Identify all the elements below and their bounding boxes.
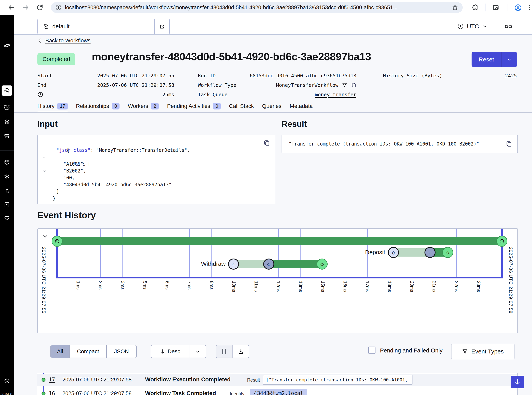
playback-download-group	[216, 345, 249, 358]
workflow-end-node[interactable]	[496, 236, 507, 247]
collapse-toggle-icon[interactable]	[43, 142, 46, 145]
url-text[interactable]: localhost:8080/namespaces/default/workfl…	[65, 5, 452, 11]
copy-icon[interactable]	[506, 141, 512, 147]
event-types-label: Event Types	[471, 348, 504, 355]
browser-reload-icon[interactable]	[36, 4, 43, 11]
tab-workers[interactable]: Workers 2	[128, 103, 159, 111]
pause-button[interactable]	[216, 345, 232, 358]
tab-history[interactable]: History 17	[37, 103, 68, 111]
filter-funnel-icon[interactable]	[342, 82, 347, 88]
json-line: "B2002",	[42, 168, 275, 175]
deposit-completed-node[interactable]: ◇	[442, 247, 453, 258]
sidebar-item-feedback[interactable]	[4, 215, 10, 221]
sidebar-item-schedules[interactable]	[4, 104, 10, 111]
sort-order-control: Desc	[151, 345, 206, 358]
tab-queries[interactable]: Queries	[262, 103, 281, 111]
axis-tick: 2ms	[98, 281, 103, 290]
axis-tick: 5ms	[142, 281, 148, 290]
theme-toggle-icon[interactable]	[4, 378, 10, 384]
event-result-value[interactable]: ["Transfer complete (transaction IDs: OK…	[263, 375, 412, 385]
duration-clock-icon	[37, 92, 43, 98]
collapse-toggle-icon[interactable]	[43, 156, 46, 159]
download-history-button[interactable]	[232, 345, 249, 358]
event-id-link[interactable]: 16	[49, 390, 55, 395]
scroll-to-bottom-button[interactable]	[511, 376, 524, 388]
end-label: End	[37, 82, 46, 88]
clock-icon	[457, 23, 464, 30]
address-bar[interactable]: localhost:8080/namespaces/default/workfl…	[51, 2, 463, 13]
timeline-end-datetime: 2025-07-06 UTC 21:29:07.58	[508, 247, 514, 313]
browser-chrome: localhost:8080/namespaces/default/workfl…	[0, 0, 532, 15]
workflow-title: moneytransfer-48043d0d-5b41-4920-bd6c-3a…	[92, 50, 371, 63]
duration-value: 25ms	[162, 92, 174, 98]
copy-icon[interactable]	[351, 82, 356, 88]
axis-tick: 12ms	[276, 281, 281, 292]
toolbar-separator	[508, 4, 508, 11]
input-heading: Input	[37, 119, 58, 129]
withdraw-scheduled-node[interactable]: ◇	[228, 258, 239, 269]
sort-menu-button[interactable]	[189, 345, 206, 358]
json-line: ]	[42, 188, 275, 195]
tab-pending-activities-count: 0	[213, 103, 221, 110]
profile-avatar-icon[interactable]	[514, 4, 521, 11]
sidebar: 2.34.0	[0, 15, 14, 395]
input-json-card: { "json_class": "MoneyTransfer::Transfer…	[37, 135, 275, 204]
tab-metadata[interactable]: Metadata	[290, 103, 313, 111]
axis-tick: 10ms	[231, 281, 236, 292]
namespace-select[interactable]: default	[37, 19, 170, 34]
view-mode-compact[interactable]: Compact	[69, 345, 107, 358]
view-mode-json[interactable]: JSON	[107, 345, 136, 358]
task-queue-link[interactable]: money-transfer	[315, 92, 356, 98]
view-mode-all[interactable]: All	[51, 345, 69, 358]
event-id-link[interactable]: 17	[49, 377, 55, 383]
side-panel-icon[interactable]	[492, 4, 499, 11]
reset-button[interactable]: Reset	[472, 52, 501, 67]
deposit-scheduled-node[interactable]: ◇	[388, 247, 399, 258]
timeline-collapse-icon[interactable]	[42, 234, 48, 239]
extensions-icon[interactable]	[472, 4, 479, 11]
withdraw-started-node[interactable]: ◇	[263, 258, 274, 269]
temporal-logo-icon[interactable]	[4, 43, 10, 49]
event-row-16[interactable]: 16 2025-07-06 UTC 21:29:07.58 Workflow T…	[37, 388, 518, 395]
workflow-execution-span[interactable]	[57, 237, 502, 245]
workflow-start-node[interactable]	[52, 236, 63, 247]
event-types-filter-button[interactable]: Event Types	[451, 344, 515, 359]
browser-forward-icon[interactable]	[22, 4, 29, 11]
withdraw-completed-node[interactable]: ◇	[317, 258, 328, 269]
pending-failed-only-checkbox[interactable]	[368, 346, 375, 354]
tab-workers-count: 2	[151, 103, 159, 110]
timezone-label: UTC	[467, 23, 479, 30]
site-info-icon[interactable]	[55, 4, 62, 11]
sidebar-item-nexus[interactable]	[4, 159, 10, 165]
namespace-select-main[interactable]: default	[38, 19, 154, 34]
sort-desc-button[interactable]: Desc	[151, 345, 189, 358]
namespace-icon	[43, 24, 49, 30]
timezone-select[interactable]: UTC	[457, 21, 488, 32]
deposit-started-node[interactable]: ◇	[424, 247, 436, 258]
sidebar-item-docs[interactable]	[4, 202, 10, 208]
sidebar-item-workflows[interactable]	[4, 88, 10, 94]
namespace-external-link-button[interactable]	[154, 19, 169, 34]
browser-menu-icon[interactable]	[526, 4, 532, 11]
sidebar-item-deployments[interactable]	[4, 119, 10, 125]
reset-split-button: Reset	[472, 52, 517, 67]
tab-call-stack[interactable]: Call Stack	[229, 103, 254, 111]
workflow-type-link[interactable]: MoneyTransferWorkflow	[276, 82, 338, 88]
timeline-row-label-withdraw: Withdraw	[201, 261, 226, 267]
result-card: "Transfer complete (transaction IDs: OKW…	[282, 135, 518, 153]
event-row-17[interactable]: 17 2025-07-06 UTC 21:29:07.58 Workflow E…	[37, 374, 518, 386]
sidebar-item-worker-health[interactable]	[4, 174, 10, 180]
sidebar-item-batch-operations[interactable]	[4, 133, 10, 139]
filter-funnel-icon	[462, 349, 468, 354]
reset-menu-button[interactable]	[501, 52, 517, 67]
sidebar-item-import[interactable]	[4, 188, 10, 194]
back-to-workflows-link[interactable]: Back to Workflows	[37, 37, 91, 44]
axis-tick: 15ms	[320, 281, 325, 292]
tab-relationships[interactable]: Relationships 0	[76, 103, 120, 111]
temporal-workflow-page: localhost:8080/namespaces/default/workfl…	[0, 0, 532, 395]
tab-pending-activities[interactable]: Pending Activities 0	[167, 103, 221, 111]
labs-glasses-icon[interactable]	[505, 23, 512, 30]
json-line: "v": [	[42, 154, 275, 161]
bookmark-star-icon[interactable]	[452, 4, 458, 11]
browser-back-icon[interactable]	[8, 4, 15, 11]
